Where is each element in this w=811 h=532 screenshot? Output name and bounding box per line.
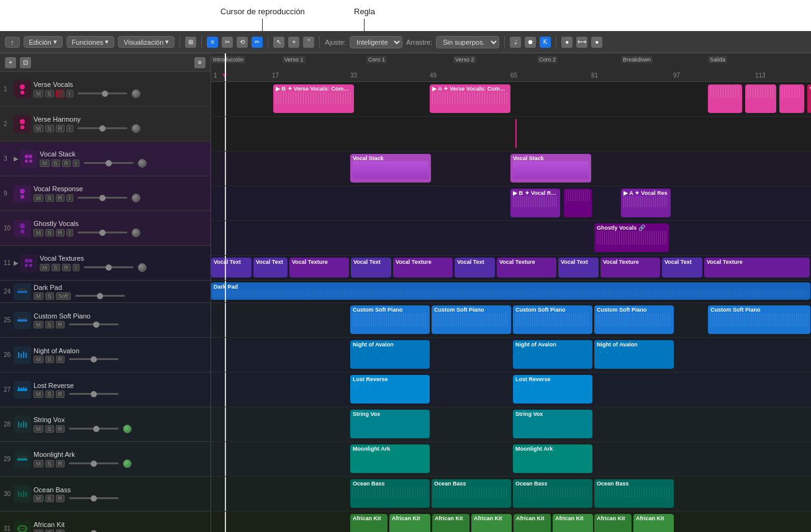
region-african-kit-2[interactable]: African Kit — [389, 514, 430, 532]
region-african-kit-8[interactable]: African Kit — [633, 514, 674, 532]
key-icon[interactable]: K — [540, 37, 551, 48]
volume-slider[interactable] — [78, 92, 127, 94]
region-african-kit-4[interactable]: African Kit — [471, 514, 512, 532]
volume-slider[interactable] — [69, 393, 119, 395]
link-icon[interactable]: ⟷ — [576, 37, 587, 48]
solo-button[interactable]: S — [45, 460, 54, 467]
mute-button[interactable]: M — [34, 425, 43, 433]
input-button[interactable]: I — [66, 90, 73, 97]
region-vocal-stack-2[interactable]: Vocal Stack — [510, 154, 591, 183]
solo-button[interactable]: S — [45, 425, 54, 433]
solo-button[interactable]: S — [45, 292, 54, 300]
mute-button[interactable]: M — [34, 460, 43, 467]
region-ocean-bass-3[interactable]: Ocean Bass — [513, 479, 592, 508]
solo-button[interactable]: S — [45, 390, 54, 398]
solo-button[interactable]: S — [45, 194, 54, 202]
solo-button[interactable]: S — [45, 125, 54, 132]
region-vocal-texture-3[interactable]: Vocal Texture — [497, 258, 556, 277]
region-vocal-stack-1[interactable]: Vocal Stack — [350, 154, 431, 183]
region-african-kit-3[interactable]: African Kit — [432, 514, 469, 532]
volume-slider[interactable] — [84, 162, 134, 164]
volume-knob[interactable] — [132, 89, 140, 98]
volume-slider[interactable] — [75, 295, 125, 297]
mute-button[interactable]: M — [34, 125, 43, 132]
record-button[interactable]: R — [56, 425, 65, 433]
region-ocean-bass-1[interactable]: Ocean Bass — [350, 479, 430, 508]
volume-knob[interactable] — [132, 194, 140, 202]
region-night-avalon-3[interactable]: Night of Avalon ---- — [594, 340, 674, 369]
volume-slider[interactable] — [69, 428, 119, 430]
loop-icon[interactable]: ⟲ — [237, 37, 248, 48]
volume-slider[interactable] — [78, 197, 127, 199]
region-night-avalon-2[interactable]: Night of Avalon ---- — [513, 340, 592, 369]
expand-icon[interactable]: ▶ — [14, 155, 19, 162]
volume-knob[interactable] — [123, 459, 132, 468]
region-vocal-text-3[interactable]: Vocal Text — [351, 258, 391, 277]
mute-button[interactable]: M — [34, 229, 43, 237]
region-moonlight-ark-1[interactable]: Moonlight Ark — [350, 444, 430, 473]
visualization-menu[interactable]: Visualización ▾ — [118, 36, 174, 48]
region-verse-vocals-right2[interactable] — [745, 84, 776, 113]
region-verso-last[interactable]: Verso — [807, 84, 811, 113]
region-vocal-texture-1[interactable]: Vocal Texture — [289, 258, 349, 277]
pointer-tool[interactable]: ↖ — [273, 37, 284, 48]
mute-button[interactable]: M — [34, 530, 43, 533]
mute-button[interactable]: M — [34, 356, 43, 363]
record-button[interactable]: R — [56, 460, 65, 467]
region-verse-vocals-compa[interactable]: ▶ A ✦ Verse Vocals: Comp A — [430, 84, 510, 113]
region-verse-vocals-compb[interactable]: ▶ B ✦ Verse Vocals: Comp B — [273, 84, 354, 113]
solo-button[interactable]: S — [45, 321, 54, 328]
region-dark-pad[interactable]: Dark Pad — [211, 282, 810, 300]
region-lost-reverse-2[interactable]: Lost Reverse --- — [513, 375, 592, 404]
mute-button[interactable]: M — [34, 495, 43, 502]
input-button[interactable]: I — [73, 264, 79, 271]
solo-button[interactable]: S — [52, 160, 60, 167]
solo-button[interactable]: S — [45, 90, 54, 97]
volume-slider[interactable] — [78, 232, 127, 233]
mute-button[interactable]: M — [34, 321, 43, 328]
volume-slider[interactable] — [69, 497, 119, 499]
region-csp-3[interactable]: Custom Soft Piano — [513, 305, 592, 334]
record-button[interactable]: R — [56, 495, 65, 502]
volume-slider[interactable] — [69, 323, 119, 325]
input-button[interactable]: I — [66, 194, 73, 202]
solo-button[interactable]: S — [45, 356, 54, 363]
mute-button[interactable]: M — [40, 264, 50, 271]
region-vocal-text-2[interactable]: Vocal Text — [253, 258, 288, 277]
region-csp-5[interactable]: Custom Soft Piano — [708, 305, 810, 334]
edition-menu[interactable]: Edición ▾ — [24, 36, 63, 48]
region-vocal-text-5[interactable]: Vocal Text — [558, 258, 599, 277]
mute-button[interactable]: M — [34, 390, 43, 398]
scissors-icon[interactable]: ✂ — [222, 37, 233, 48]
expand-icon[interactable]: ▶ — [14, 259, 19, 266]
volume-knob[interactable] — [138, 159, 147, 168]
solo-button[interactable]: S — [45, 495, 54, 502]
region-csp-4[interactable]: Custom Soft Piano — [594, 305, 674, 334]
solo-button[interactable]: S — [45, 229, 54, 237]
region-moonlight-ark-2[interactable]: Moonlight Ark — [513, 444, 592, 473]
region-vocal-texture-5[interactable]: Vocal Texture — [704, 258, 810, 277]
volume-knob[interactable] — [132, 124, 140, 133]
region-ghostly-vocals[interactable]: Ghostly Vocals 🔗 — [594, 223, 669, 252]
cycle-icon[interactable]: ● — [561, 37, 573, 48]
region-african-kit-7[interactable]: African Kit — [594, 514, 632, 532]
ajuste-select[interactable]: Inteligente — [350, 36, 402, 48]
mute-button[interactable]: M — [34, 90, 43, 97]
region-csp-1[interactable]: Custom Soft Piano — [350, 305, 430, 334]
volume-knob[interactable] — [138, 263, 147, 272]
volume-knob[interactable] — [123, 425, 132, 433]
volume-knob[interactable] — [132, 228, 140, 237]
record-button[interactable]: R — [56, 356, 65, 363]
record-icon[interactable]: ⏺ — [525, 37, 536, 48]
soft-button[interactable]: Soft — [56, 292, 71, 300]
mute-button[interactable]: M — [34, 292, 43, 300]
list-view-icon[interactable]: ≡ — [207, 37, 218, 48]
region-csp-2[interactable]: Custom Soft Piano — [432, 305, 511, 334]
solo-button[interactable]: S — [45, 530, 54, 533]
grid-view-icon[interactable]: ⊞ — [185, 37, 196, 48]
input-button[interactable]: I — [73, 160, 79, 167]
mute-button[interactable]: M — [34, 194, 43, 202]
dot-icon[interactable]: ● — [591, 37, 602, 48]
region-string-vox-2[interactable]: String Vox — [513, 410, 592, 438]
region-verse-vocals-right3[interactable] — [779, 84, 804, 113]
